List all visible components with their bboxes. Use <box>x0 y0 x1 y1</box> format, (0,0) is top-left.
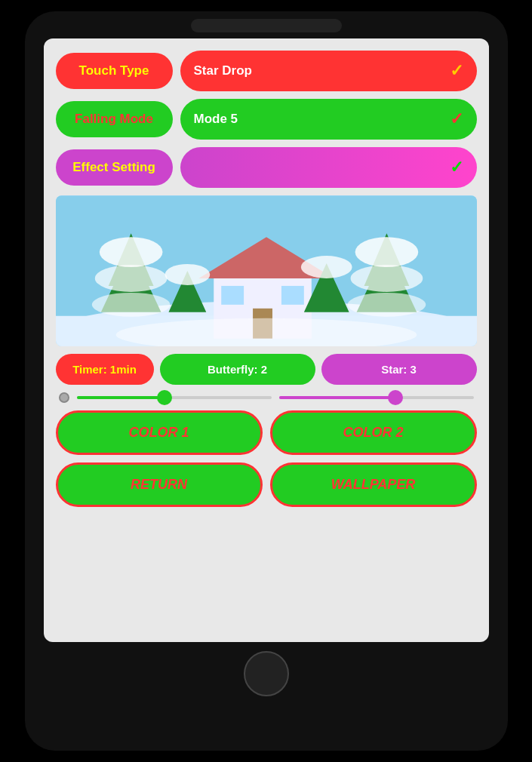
slider2-thumb[interactable] <box>388 390 403 405</box>
svg-point-15 <box>355 237 418 267</box>
return-button[interactable]: RETURN <box>56 462 263 507</box>
svg-point-21 <box>300 256 352 278</box>
phone-home-button[interactable] <box>244 651 289 696</box>
phone-screen: Touch Type Star Drop ✓ Falling Mode Mode… <box>44 38 489 642</box>
butterfly-stat[interactable]: Butterfly: 2 <box>160 354 315 385</box>
svg-point-12 <box>91 293 170 317</box>
wallpaper-preview <box>56 195 477 346</box>
color2-label: COLOR 2 <box>343 425 403 440</box>
star-stat[interactable]: Star: 3 <box>321 354 477 385</box>
svg-point-10 <box>99 237 162 267</box>
action-buttons-row: RETURN WALLPAPER <box>56 462 477 507</box>
star-text: Star: 3 <box>381 363 417 376</box>
sliders-row <box>56 392 477 403</box>
wallpaper-svg <box>56 195 477 346</box>
effect-setting-text: Effect Setting <box>72 160 155 175</box>
falling-mode-text: Falling Mode <box>75 112 153 127</box>
wallpaper-button[interactable]: WALLPAPER <box>270 462 477 507</box>
touch-type-dropdown[interactable]: Star Drop ✓ <box>180 51 477 91</box>
falling-mode-label[interactable]: Falling Mode <box>56 101 173 137</box>
svg-point-17 <box>347 293 426 317</box>
color2-button[interactable]: COLOR 2 <box>270 410 477 455</box>
touch-type-row: Touch Type Star Drop ✓ <box>56 51 477 91</box>
svg-rect-7 <box>281 286 303 305</box>
falling-mode-row: Falling Mode Mode 5 ✓ <box>56 99 477 140</box>
effect-setting-label[interactable]: Effect Setting <box>56 149 173 186</box>
phone-notch <box>191 19 342 32</box>
slider2-fill <box>279 396 396 399</box>
falling-mode-dropdown[interactable]: Mode 5 ✓ <box>180 99 477 140</box>
falling-mode-value: Mode 5 <box>194 112 238 127</box>
touch-type-value: Star Drop <box>194 63 252 78</box>
color-buttons-row: COLOR 1 COLOR 2 <box>56 410 477 455</box>
wallpaper-label: WALLPAPER <box>331 477 416 492</box>
color1-label: COLOR 1 <box>128 425 189 440</box>
svg-point-16 <box>350 265 423 292</box>
touch-type-chevron-icon: ✓ <box>450 61 463 81</box>
touch-type-label[interactable]: Touch Type <box>56 53 173 89</box>
timer-text: Timer: 1min <box>72 363 137 376</box>
effect-setting-chevron-icon: ✓ <box>450 158 463 177</box>
slider2-track[interactable] <box>279 396 474 399</box>
touch-type-text: Touch Type <box>79 63 149 78</box>
return-label: RETURN <box>131 477 187 492</box>
slider1-fill <box>77 396 165 399</box>
falling-mode-chevron-icon: ✓ <box>450 109 463 129</box>
svg-point-11 <box>94 265 167 292</box>
slider1-thumb[interactable] <box>157 390 172 405</box>
butterfly-text: Butterfly: 2 <box>208 363 267 376</box>
phone-outer: Touch Type Star Drop ✓ Falling Mode Mode… <box>25 11 508 751</box>
svg-point-19 <box>165 264 210 285</box>
stats-row: Timer: 1min Butterfly: 2 Star: 3 <box>56 354 477 385</box>
svg-rect-6 <box>221 286 244 305</box>
slider1-track[interactable] <box>77 396 272 399</box>
effect-setting-dropdown[interactable]: ✓ <box>180 147 477 188</box>
color1-button[interactable]: COLOR 1 <box>56 410 263 455</box>
slider1-dot <box>59 392 69 403</box>
timer-stat[interactable]: Timer: 1min <box>56 354 154 385</box>
effect-setting-row: Effect Setting ✓ <box>56 147 477 188</box>
